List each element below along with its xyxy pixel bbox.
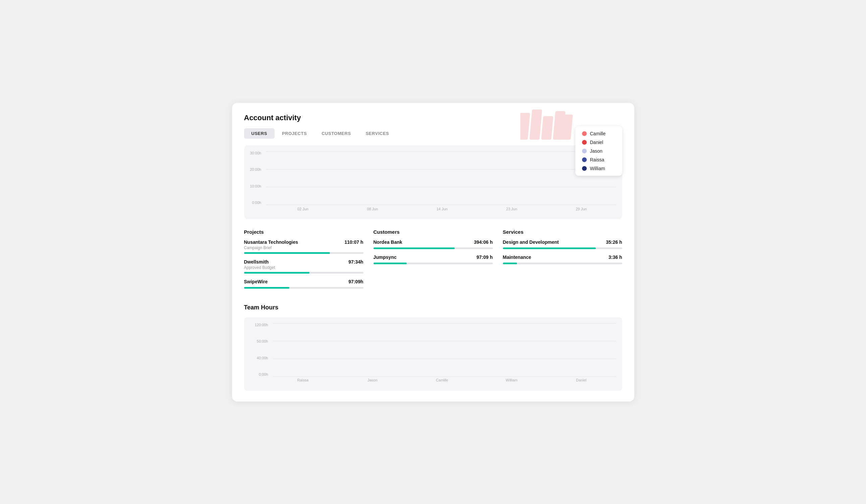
stat-design-hours: 35:26 h (606, 239, 622, 245)
stat-jumpsync: Jumpsync 97:09 h (374, 254, 493, 264)
stat-swipewire: SwipeWire 97:09h (244, 279, 364, 289)
stat-jumpsync-track (374, 263, 493, 264)
x-label-23jun: 23 Jun (477, 207, 546, 211)
team-y-40: 40:00h (250, 356, 268, 360)
stat-nordea: Nordea Bank 394:06 h (374, 239, 493, 249)
team-bars (273, 323, 616, 377)
stat-jumpsync-hours: 97:09 h (476, 254, 492, 260)
legend-dot-william (582, 166, 587, 171)
customers-title: Customers (374, 229, 493, 235)
stat-nusantara-hours: 110:07 h (344, 239, 363, 245)
stat-design: Design and Development 35:26 h (503, 239, 622, 249)
y-label-10: 10:00h (250, 184, 262, 188)
legend-item-daniel: Daniel (582, 140, 615, 145)
legend-item-jason: Jason (582, 148, 615, 154)
tab-projects[interactable]: PROJECTS (275, 128, 314, 139)
tab-users[interactable]: USERS (244, 128, 275, 139)
stat-maintenance-hours: 3:36 h (609, 254, 622, 260)
stat-design-track (503, 248, 622, 249)
projects-section: Projects Nusantara Technologies 110:07 h… (244, 229, 364, 294)
stat-dwellsmith-name: Dwellsmith (244, 259, 269, 265)
team-chart-container: 120:00h 50:00h 40:00h 0:00h (244, 317, 622, 391)
team-label-jason: Jason (337, 378, 407, 382)
services-title: Services (503, 229, 622, 235)
x-label-14jun: 14 Jun (407, 207, 477, 211)
legend-dot-jason (582, 149, 587, 153)
chart-legend: Camille Daniel Jason Raissa William (575, 126, 622, 176)
services-section: Services Design and Development 35:26 h … (503, 229, 622, 294)
stat-maintenance: Maintenance 3:36 h (503, 254, 622, 264)
legend-label-jason: Jason (590, 148, 602, 154)
stats-section: Projects Nusantara Technologies 110:07 h… (244, 229, 622, 294)
stat-design-fill (503, 248, 596, 249)
stat-swipewire-hours: 97:09h (348, 279, 363, 284)
y-axis: 30:00h 20:00h 10:00h 0:00h (250, 151, 262, 205)
stat-jumpsync-name: Jumpsync (374, 254, 397, 260)
team-label-daniel: Daniel (546, 378, 616, 382)
stat-dwellsmith: Dwellsmith 97:34h Approved Budget (244, 259, 364, 274)
stat-nusantara-header: Nusantara Technologies 110:07 h (244, 239, 364, 245)
tab-customers[interactable]: CUSTOMERS (314, 128, 358, 139)
team-label-william: William (477, 378, 546, 382)
stat-swipewire-header: SwipeWire 97:09h (244, 279, 364, 284)
projects-title: Projects (244, 229, 364, 235)
stat-nordea-header: Nordea Bank 394:06 h (374, 239, 493, 245)
y-label-30: 30:00h (250, 151, 262, 155)
legend-item-raissa: Raissa (582, 157, 615, 162)
y-label-0: 0:00h (250, 201, 262, 205)
stat-design-name: Design and Development (503, 239, 559, 245)
stat-nusantara-name: Nusantara Technologies (244, 239, 298, 245)
stat-maintenance-name: Maintenance (503, 254, 531, 260)
chart-area: 30:00h 20:00h 10:00h 0:00h (250, 151, 616, 205)
x-axis-labels: 02 Jun 08 Jun 14 Jun 23 Jun 29 Jun (250, 207, 616, 211)
team-bars-wrapper (273, 323, 616, 377)
svg-rect-0 (520, 113, 530, 140)
bar-groups (266, 151, 616, 205)
x-label-02jun: 02 Jun (268, 207, 338, 211)
stat-maintenance-track (503, 263, 622, 264)
stat-nordea-fill (374, 248, 455, 249)
team-label-camille: Camille (407, 378, 477, 382)
stat-nordea-hours: 394:06 h (474, 239, 492, 245)
legend-label-camille: Camille (590, 131, 606, 136)
legend-dot-camille (582, 131, 587, 136)
team-hours-section: Team Hours 120:00h 50:00h 40:00h 0:00h (244, 304, 622, 391)
stat-dwellsmith-hours: 97:34h (348, 259, 363, 265)
legend-label-william: William (590, 166, 605, 171)
legend-item-william: William (582, 166, 615, 171)
stat-dwellsmith-track (244, 272, 364, 274)
stat-nusantara-fill (244, 252, 330, 254)
stat-maintenance-fill (503, 263, 517, 264)
team-y-50: 50:00h (250, 340, 268, 343)
stat-maintenance-header: Maintenance 3:36 h (503, 254, 622, 260)
stat-nordea-track (374, 248, 493, 249)
stat-jumpsync-fill (374, 263, 407, 264)
team-hours-title: Team Hours (244, 304, 622, 311)
tab-services[interactable]: SERVICES (358, 128, 397, 139)
legend-label-raissa: Raissa (590, 157, 604, 162)
stat-dwellsmith-sub: Approved Budget (244, 265, 364, 270)
y-label-20: 20:00h (250, 168, 262, 171)
main-card: Camille Daniel Jason Raissa William Acco… (232, 103, 634, 402)
team-label-raissa: Raissa (268, 378, 338, 382)
stat-design-header: Design and Development 35:26 h (503, 239, 622, 245)
stat-nusantara-sub: Campaign Brief (244, 245, 364, 250)
svg-rect-2 (541, 116, 553, 140)
watermark-logo (520, 110, 574, 143)
stat-swipewire-track (244, 287, 364, 289)
stat-swipewire-name: SwipeWire (244, 279, 268, 284)
stat-nordea-name: Nordea Bank (374, 239, 402, 245)
stat-dwellsmith-fill (244, 272, 310, 274)
team-x-labels: Raissa Jason Camille William Daniel (250, 378, 616, 382)
team-y-axis: 120:00h 50:00h 40:00h 0:00h (250, 323, 268, 377)
legend-dot-raissa (582, 157, 587, 162)
legend-label-daniel: Daniel (590, 140, 603, 145)
svg-rect-1 (529, 110, 542, 140)
team-y-120: 120:00h (250, 323, 268, 327)
team-chart-inner: 120:00h 50:00h 40:00h 0:00h (250, 323, 616, 377)
activity-chart: 30:00h 20:00h 10:00h 0:00h (244, 145, 622, 219)
legend-item-camille: Camille (582, 131, 615, 136)
stat-jumpsync-header: Jumpsync 97:09 h (374, 254, 493, 260)
legend-dot-daniel (582, 140, 587, 145)
chart-inner (266, 151, 616, 205)
